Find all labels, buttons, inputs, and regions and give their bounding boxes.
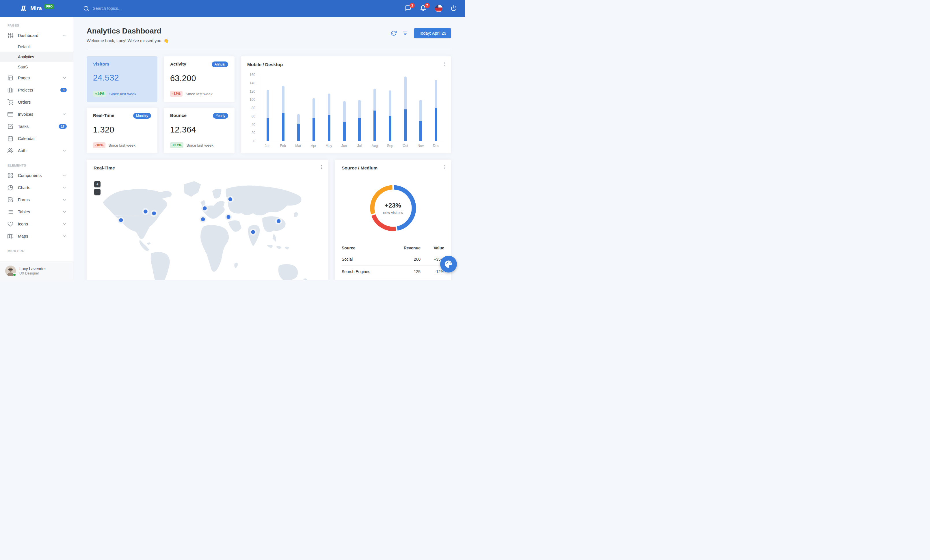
donut-center-label: new visitors — [383, 210, 403, 215]
map-marker-1[interactable] — [143, 210, 147, 213]
stat-period-badge[interactable]: Monthly — [133, 113, 151, 119]
badge: 8 — [60, 88, 67, 92]
x-label: Feb — [275, 144, 291, 148]
stat-period-badge[interactable]: Yearly — [213, 113, 228, 119]
chevron-down-icon — [62, 210, 67, 214]
sidebar-item-tasks[interactable]: Tasks17 — [0, 120, 73, 132]
source-menu-kebab-icon[interactable] — [441, 164, 448, 170]
page-title: Analytics Dashboard — [87, 26, 169, 35]
orders-icon — [8, 99, 13, 105]
donut-center-value: +23% — [385, 202, 401, 209]
map-zoom-out-button[interactable]: − — [94, 189, 100, 195]
sidebar-item-orders[interactable]: Orders — [0, 96, 73, 108]
map-title: Real-Time — [94, 166, 322, 170]
sidebar-section-label-pages: Pages — [0, 17, 73, 29]
power-button[interactable] — [451, 5, 457, 12]
x-label: Jan — [260, 144, 275, 148]
sidebar-item-dashboard[interactable]: Dashboard — [0, 29, 73, 41]
bar-nov — [413, 75, 428, 141]
sidebar-item-forms[interactable]: Forms — [0, 194, 73, 206]
sidebar-user[interactable]: Lucy Lavender UX Designer — [0, 262, 73, 280]
sidebar-item-tables[interactable]: Tables — [0, 206, 73, 218]
map-marker-8[interactable] — [277, 219, 280, 223]
sidebar-item-projects[interactable]: Projects8 — [0, 84, 73, 96]
navbar-search — [83, 6, 405, 12]
source-medium-title: Source / Medium — [342, 166, 444, 170]
brand[interactable]: Mira PRO — [0, 4, 73, 13]
refresh-icon[interactable] — [391, 30, 397, 36]
table-header-value: Value — [420, 243, 444, 253]
auth-icon — [8, 148, 13, 153]
stat-change-badge: -12% — [170, 91, 183, 97]
sidebar-subitem-default[interactable]: Default — [0, 41, 73, 52]
table-header-revenue: Revenue — [394, 243, 420, 253]
sidebar-subitem-analytics[interactable]: Analytics — [0, 52, 73, 62]
stacked-bar-chart: 020406080100120140160 JanFebMarAprMayJun… — [247, 75, 445, 148]
search-icon[interactable] — [83, 6, 89, 12]
stat-value: 12.364 — [170, 125, 228, 135]
sidebar-item-invoices[interactable]: Invoices — [0, 108, 73, 120]
main-content: Analytics Dashboard Welcome back, Lucy! … — [73, 17, 465, 280]
stat-title: Real-Time — [93, 113, 114, 118]
map-marker-7[interactable] — [251, 230, 255, 234]
sidebar-item-icons[interactable]: Icons — [0, 218, 73, 230]
stat-title: Visitors — [93, 61, 109, 67]
theme-settings-fab[interactable] — [440, 256, 457, 273]
x-label: Dec — [428, 144, 443, 148]
chevron-down-icon — [62, 198, 67, 202]
sidebar-subitem-saas[interactable]: SaaS — [0, 62, 73, 72]
mobile-desktop-card: Mobile / Desktop 020406080100120140160 J… — [241, 56, 451, 153]
sidebar-item-components[interactable]: Components — [0, 169, 73, 181]
y-tick: 40 — [252, 123, 255, 127]
filter-icon[interactable] — [402, 30, 408, 36]
chevron-down-icon — [62, 234, 67, 238]
y-tick: 140 — [249, 81, 255, 85]
chart-title: Mobile / Desktop — [247, 62, 445, 67]
chevron-down-icon — [62, 185, 67, 190]
messages-count-badge: 3 — [410, 3, 415, 8]
stat-card-real-time: Real-TimeMonthly1.320-18%Since last week — [87, 108, 157, 153]
chevron-down-icon — [62, 112, 67, 117]
user-name: Lucy Lavender — [19, 267, 46, 272]
stat-note: Since last week — [185, 92, 212, 96]
sidebar-item-pages[interactable]: Pages — [0, 72, 73, 84]
stat-card-visitors: Visitors24.532+14%Since last week — [87, 56, 157, 102]
notifications-button[interactable]: 7 — [420, 5, 427, 12]
map-marker-6[interactable] — [226, 215, 230, 219]
stat-note: Since last week — [108, 143, 135, 147]
sidebar-item-maps[interactable]: Maps — [0, 230, 73, 242]
map-marker-0[interactable] — [119, 218, 123, 222]
messages-button[interactable]: 3 — [405, 5, 412, 12]
y-tick: 60 — [252, 114, 255, 118]
date-button[interactable]: Today: April 29 — [414, 28, 451, 38]
map-marker-4[interactable] — [201, 217, 205, 221]
us-flag-icon[interactable] — [435, 5, 442, 12]
navbar-actions: 3 7 — [405, 5, 457, 12]
tasks-icon — [8, 124, 13, 129]
y-tick: 100 — [249, 98, 255, 101]
chevron-up-icon — [62, 33, 67, 38]
map-zoom-in-button[interactable]: + — [94, 181, 100, 187]
map-marker-3[interactable] — [203, 206, 206, 210]
sidebar-item-auth[interactable]: Auth — [0, 144, 73, 157]
map-marker-5[interactable] — [228, 198, 232, 201]
sidebar-item-charts[interactable]: Charts — [0, 181, 73, 194]
world-map[interactable]: + − — [94, 175, 322, 280]
icons-icon — [8, 221, 13, 227]
stat-change-badge: +14% — [93, 91, 106, 97]
stat-note: Since last week — [109, 92, 136, 96]
stat-card-activity: ActivityAnnual63.200-12%Since last week — [164, 56, 234, 102]
map-menu-kebab-icon[interactable] — [318, 164, 325, 170]
stat-note: Since last week — [186, 143, 213, 147]
map-marker-2[interactable] — [152, 211, 156, 215]
pro-badge: PRO — [45, 4, 54, 9]
brand-name: Mira — [30, 5, 42, 12]
chart-menu-kebab-icon[interactable] — [441, 60, 448, 67]
projects-icon — [8, 87, 13, 93]
search-input[interactable] — [93, 6, 168, 11]
stat-period-badge[interactable]: Annual — [212, 61, 228, 67]
sidebar-section-label-elements: Elements — [0, 157, 73, 169]
realtime-map-card: Real-Time + − — [87, 160, 328, 280]
sidebar-item-calendar[interactable]: Calendar — [0, 132, 73, 144]
stat-value: 24.532 — [93, 73, 151, 83]
